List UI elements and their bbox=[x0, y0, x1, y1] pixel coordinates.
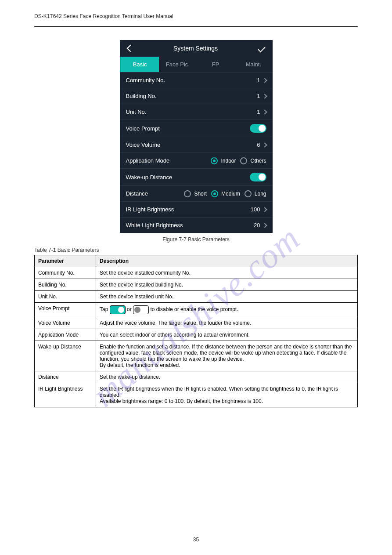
row-label: Voice Prompt bbox=[126, 125, 250, 132]
product-name: DS-K1T642 Series Face Recognition Termin… bbox=[34, 13, 173, 19]
row-value: 6 bbox=[257, 141, 260, 148]
radio-long[interactable]: Long bbox=[245, 190, 266, 197]
device-screenshot: System Settings Basic Face Pic. FP Maint… bbox=[120, 40, 273, 233]
radio-medium[interactable]: Medium bbox=[211, 190, 240, 197]
row-label: Application Mode bbox=[126, 157, 211, 164]
chevron-right-icon bbox=[262, 78, 267, 83]
tabs: Basic Face Pic. FP Maint. bbox=[120, 57, 273, 72]
tab-fp[interactable]: FP bbox=[197, 57, 234, 72]
device-header: System Settings bbox=[120, 40, 273, 57]
toggle-wakeup[interactable] bbox=[250, 173, 266, 181]
radio-indoor[interactable]: Indoor bbox=[211, 157, 236, 164]
row-label: IR Light Brightness bbox=[126, 206, 251, 213]
row-white-brightness[interactable]: White Light Brightness 20 bbox=[120, 217, 273, 233]
confirm-icon[interactable] bbox=[257, 44, 266, 53]
th-parameter: Parameter bbox=[35, 255, 96, 267]
row-voice-prompt: Voice Prompt bbox=[120, 120, 273, 137]
toggle-on-icon bbox=[110, 305, 126, 314]
table-caption: Table 7-1 Basic Parameters bbox=[34, 247, 358, 253]
row-community-no[interactable]: Community No. 1 bbox=[120, 72, 273, 88]
row-label: White Light Brightness bbox=[126, 222, 254, 229]
table-row: Voice VolumeAdjust the voice volume. The… bbox=[35, 317, 358, 329]
tab-face-pic[interactable]: Face Pic. bbox=[159, 57, 197, 72]
table-row: Wake-up DistanceEnable the function and … bbox=[35, 341, 358, 371]
row-label: Wake-up Distance bbox=[126, 174, 250, 181]
row-label: Building No. bbox=[126, 93, 257, 99]
row-unit-no[interactable]: Unit No. 1 bbox=[120, 104, 273, 120]
chevron-right-icon bbox=[262, 142, 267, 147]
row-value: 1 bbox=[257, 109, 260, 115]
figure-caption: Figure 7-7 Basic Parameters bbox=[0, 236, 392, 243]
row-ir-brightness[interactable]: IR Light Brightness 100 bbox=[120, 201, 273, 217]
table-row: Unit No.Set the device installed unit No… bbox=[35, 291, 358, 303]
chevron-right-icon bbox=[262, 223, 267, 228]
back-icon[interactable] bbox=[126, 44, 135, 53]
row-label: Distance bbox=[126, 190, 184, 197]
table-row: Voice Prompt Tap or to disable or enable… bbox=[35, 303, 358, 317]
radio-short[interactable]: Short bbox=[184, 190, 207, 197]
row-label: Voice Volume bbox=[126, 141, 257, 148]
toggle-voice-prompt[interactable] bbox=[250, 124, 266, 133]
row-value: 100 bbox=[251, 206, 260, 213]
row-wakeup-distance: Wake-up Distance bbox=[120, 168, 273, 185]
parameters-table: Parameter Description Community No.Set t… bbox=[34, 255, 358, 407]
row-label: Community No. bbox=[126, 77, 257, 83]
device-title: System Settings bbox=[173, 45, 218, 52]
tab-maint[interactable]: Maint. bbox=[234, 57, 272, 72]
table-row: Community No.Set the device installed co… bbox=[35, 267, 358, 279]
row-application-mode: Application Mode Indoor Others bbox=[120, 152, 273, 168]
chevron-right-icon bbox=[262, 109, 267, 114]
toggle-off-icon bbox=[133, 305, 149, 314]
chevron-right-icon bbox=[262, 207, 267, 212]
table-row: Building No.Set the device installed bui… bbox=[35, 279, 358, 291]
row-value: 1 bbox=[257, 77, 260, 83]
row-label: Unit No. bbox=[126, 109, 257, 115]
table-row: IR Light BrightnessSet the IR light brig… bbox=[35, 383, 358, 407]
row-voice-volume[interactable]: Voice Volume 6 bbox=[120, 137, 273, 152]
row-value: 1 bbox=[257, 93, 260, 99]
row-distance: Distance Short Medium Long bbox=[120, 185, 273, 201]
header-rule bbox=[34, 26, 358, 27]
tab-basic[interactable]: Basic bbox=[120, 57, 159, 72]
table-row: DistanceSet the wake-up distance. bbox=[35, 371, 358, 383]
radio-others[interactable]: Others bbox=[240, 157, 266, 164]
chevron-right-icon bbox=[262, 94, 267, 98]
page-number: 35 bbox=[0, 537, 392, 543]
row-value: 20 bbox=[254, 222, 260, 229]
th-description: Description bbox=[96, 255, 358, 267]
row-building-no[interactable]: Building No. 1 bbox=[120, 88, 273, 104]
table-row: Application ModeYou can select indoor or… bbox=[35, 329, 358, 341]
